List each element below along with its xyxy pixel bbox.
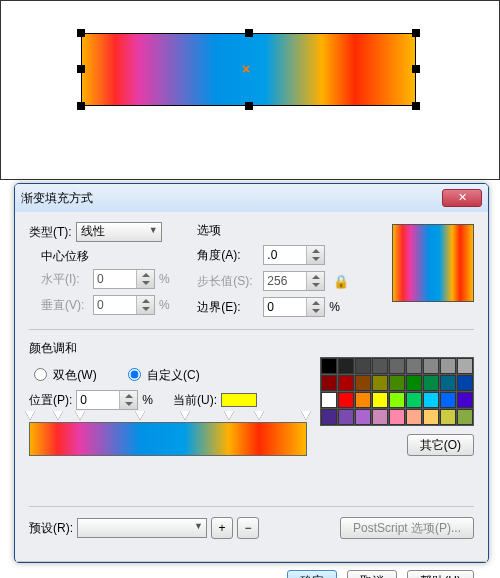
- spinner: [306, 272, 324, 290]
- palette-swatch[interactable]: [423, 375, 439, 391]
- palette-swatch[interactable]: [440, 358, 456, 374]
- palette-swatch[interactable]: [406, 358, 422, 374]
- palette-swatch[interactable]: [338, 358, 354, 374]
- lock-icon[interactable]: 🔒: [333, 274, 349, 289]
- angle-input[interactable]: [264, 246, 306, 264]
- remove-preset-button[interactable]: −: [237, 517, 259, 539]
- gradient-stop[interactable]: [254, 411, 264, 420]
- dialog-title: 渐变填充方式: [21, 190, 442, 207]
- other-colors-button[interactable]: 其它(O): [407, 434, 474, 456]
- palette-swatch[interactable]: [321, 358, 337, 374]
- gradient-editor[interactable]: [29, 422, 307, 456]
- palette-swatch[interactable]: [355, 409, 371, 425]
- vertical-label: 垂直(V):: [41, 297, 89, 314]
- selection-handle[interactable]: [77, 65, 85, 73]
- palette-swatch[interactable]: [423, 409, 439, 425]
- palette-swatch[interactable]: [440, 409, 456, 425]
- palette-swatch[interactable]: [355, 375, 371, 391]
- spinner[interactable]: [119, 391, 137, 409]
- position-input[interactable]: [77, 391, 119, 409]
- selection-handle[interactable]: [412, 65, 420, 73]
- spinner[interactable]: [306, 246, 324, 264]
- spinner[interactable]: [306, 298, 324, 316]
- ok-button[interactable]: 确定: [287, 570, 337, 578]
- title-bar[interactable]: 渐变填充方式 ✕: [15, 184, 488, 212]
- palette-swatch[interactable]: [389, 409, 405, 425]
- center-marker[interactable]: ×: [242, 61, 250, 77]
- palette-swatch[interactable]: [457, 375, 473, 391]
- selected-gradient-object[interactable]: ×: [81, 33, 416, 106]
- horizontal-label: 水平(I):: [41, 271, 89, 288]
- palette-swatch[interactable]: [372, 358, 388, 374]
- gradient-stop[interactable]: [180, 411, 190, 420]
- palette-swatch[interactable]: [389, 375, 405, 391]
- divider: [29, 329, 474, 330]
- edge-label: 边界(E):: [197, 299, 259, 316]
- palette-swatch[interactable]: [372, 392, 388, 408]
- canvas-area: ×: [0, 0, 500, 180]
- palette-swatch[interactable]: [372, 409, 388, 425]
- gradient-stop[interactable]: [301, 411, 311, 420]
- current-color-swatch[interactable]: [221, 393, 257, 407]
- palette-swatch[interactable]: [440, 392, 456, 408]
- close-button[interactable]: ✕: [442, 189, 482, 207]
- palette-swatch[interactable]: [321, 375, 337, 391]
- palette-swatch[interactable]: [338, 375, 354, 391]
- add-preset-button[interactable]: +: [211, 517, 233, 539]
- gradient-preview: [392, 224, 474, 302]
- palette-swatch[interactable]: [406, 392, 422, 408]
- palette-swatch[interactable]: [389, 358, 405, 374]
- selection-handle[interactable]: [245, 29, 253, 37]
- position-label: 位置(P):: [29, 392, 72, 409]
- palette-swatch[interactable]: [389, 392, 405, 408]
- help-button[interactable]: 帮助(H): [407, 570, 474, 578]
- spinner: [136, 296, 154, 314]
- palette-swatch[interactable]: [423, 392, 439, 408]
- options-heading: 选项: [197, 222, 362, 239]
- palette-swatch[interactable]: [355, 392, 371, 408]
- selection-handle[interactable]: [77, 29, 85, 37]
- selection-handle[interactable]: [77, 102, 85, 110]
- spinner: [136, 270, 154, 288]
- percent-label: %: [159, 298, 170, 312]
- center-offset-heading: 中心位移: [41, 248, 194, 265]
- gradient-fill-dialog: 渐变填充方式 ✕ 类型(T): 线性 中心位移 水平(I): % 垂直(V): …: [14, 183, 489, 563]
- gradient-stop[interactable]: [135, 411, 145, 420]
- palette-swatch[interactable]: [423, 358, 439, 374]
- preset-label: 预设(R):: [29, 520, 73, 537]
- edge-input[interactable]: [264, 298, 306, 316]
- gradient-stop[interactable]: [53, 411, 63, 420]
- step-input: [264, 272, 306, 290]
- percent-label: %: [159, 272, 170, 286]
- step-label: 步长值(S):: [197, 273, 259, 290]
- custom-radio[interactable]: 自定义(C): [123, 363, 200, 384]
- palette-swatch[interactable]: [457, 409, 473, 425]
- current-label: 当前(U):: [173, 392, 217, 409]
- palette-swatch[interactable]: [321, 392, 337, 408]
- dialog-footer: 确定 取消 帮助(H): [15, 561, 488, 578]
- divider: [29, 506, 474, 507]
- postscript-options-button[interactable]: PostScript 选项(P)...: [340, 517, 474, 539]
- palette-swatch[interactable]: [440, 375, 456, 391]
- percent-label: %: [329, 300, 340, 314]
- gradient-stop[interactable]: [25, 411, 35, 420]
- selection-handle[interactable]: [412, 102, 420, 110]
- palette-swatch[interactable]: [338, 392, 354, 408]
- selection-handle[interactable]: [412, 29, 420, 37]
- palette-swatch[interactable]: [406, 375, 422, 391]
- palette-swatch[interactable]: [406, 409, 422, 425]
- preset-select[interactable]: [77, 518, 207, 538]
- gradient-stop[interactable]: [224, 411, 234, 420]
- palette-swatch[interactable]: [372, 375, 388, 391]
- palette-swatch[interactable]: [338, 409, 354, 425]
- palette-swatch[interactable]: [321, 409, 337, 425]
- selection-handle[interactable]: [245, 102, 253, 110]
- palette-swatch[interactable]: [457, 358, 473, 374]
- palette-swatch[interactable]: [457, 392, 473, 408]
- cancel-button[interactable]: 取消: [347, 570, 397, 578]
- percent-label: %: [142, 393, 153, 407]
- two-color-radio[interactable]: 双色(W): [29, 363, 97, 384]
- type-select[interactable]: 线性: [76, 222, 162, 242]
- gradient-stop[interactable]: [75, 411, 85, 420]
- palette-swatch[interactable]: [355, 358, 371, 374]
